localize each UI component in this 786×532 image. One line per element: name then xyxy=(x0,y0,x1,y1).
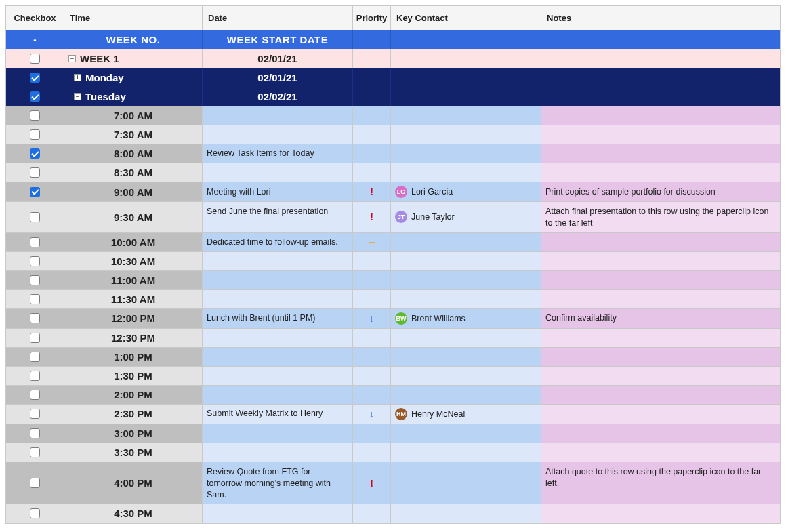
time-row[interactable]: 10:30 AM xyxy=(6,252,780,271)
task-cell[interactable] xyxy=(203,163,353,182)
time-row[interactable]: 11:30 AM xyxy=(6,290,780,309)
priority-cell[interactable] xyxy=(353,106,391,125)
time-row[interactable]: 12:30 PM xyxy=(6,329,780,348)
task-cell[interactable] xyxy=(203,290,353,308)
task-cell[interactable] xyxy=(203,329,353,347)
priority-cell[interactable] xyxy=(353,348,391,366)
contact-cell[interactable]: LGLori Garcia xyxy=(391,182,541,201)
notes-cell[interactable] xyxy=(541,329,780,347)
row-checkbox[interactable] xyxy=(30,212,40,222)
task-cell[interactable] xyxy=(203,386,353,404)
task-cell[interactable]: Review Task Items for Today xyxy=(203,144,353,163)
contact-cell[interactable] xyxy=(391,271,541,289)
row-checkbox[interactable] xyxy=(30,256,40,266)
row-checkbox[interactable] xyxy=(30,371,40,381)
day-row-tuesday[interactable]: − Tuesday 02/02/21 xyxy=(6,87,780,106)
row-checkbox[interactable] xyxy=(30,313,40,323)
col-checkbox[interactable]: Checkbox xyxy=(6,6,64,30)
notes-cell[interactable] xyxy=(541,252,780,270)
priority-cell[interactable]: ! xyxy=(353,182,391,201)
task-cell[interactable] xyxy=(203,348,353,366)
task-cell[interactable]: Review Quote from FTG for tomorrow morni… xyxy=(203,462,353,504)
col-contact[interactable]: Key Contact xyxy=(391,6,541,30)
contact-cell[interactable] xyxy=(391,329,541,347)
task-cell[interactable] xyxy=(203,367,353,385)
contact-cell[interactable] xyxy=(391,424,541,443)
contact-cell[interactable] xyxy=(391,290,541,308)
notes-cell[interactable] xyxy=(541,144,780,163)
contact-cell[interactable] xyxy=(391,348,541,366)
row-checkbox[interactable] xyxy=(30,129,40,140)
priority-cell[interactable] xyxy=(353,329,391,347)
plus-icon[interactable]: + xyxy=(74,74,81,81)
row-checkbox[interactable] xyxy=(30,447,40,457)
notes-cell[interactable] xyxy=(541,106,780,125)
priority-cell[interactable] xyxy=(353,367,391,385)
contact-cell[interactable] xyxy=(391,443,541,462)
day-checkbox-tuesday[interactable] xyxy=(30,91,40,102)
notes-cell[interactable] xyxy=(541,125,780,144)
priority-cell[interactable] xyxy=(353,144,391,163)
task-cell[interactable] xyxy=(203,271,353,289)
notes-cell[interactable] xyxy=(541,271,780,289)
notes-cell[interactable]: Attach final presentation to this row us… xyxy=(541,202,780,232)
row-checkbox[interactable] xyxy=(30,110,40,121)
priority-cell[interactable] xyxy=(353,125,391,144)
contact-cell[interactable]: JTJune Taylor xyxy=(391,202,541,232)
priority-cell[interactable] xyxy=(353,290,391,308)
time-row[interactable]: 9:30 AMSend June the final presentation!… xyxy=(6,202,780,233)
priority-cell[interactable] xyxy=(353,163,391,182)
time-row[interactable]: 7:00 AM xyxy=(6,106,780,125)
notes-cell[interactable] xyxy=(541,233,780,251)
notes-cell[interactable] xyxy=(541,290,780,308)
task-cell[interactable]: Submit Weekly Matrix to Henry xyxy=(203,405,353,424)
contact-cell[interactable] xyxy=(391,144,541,163)
col-date[interactable]: Date xyxy=(203,6,353,30)
time-row[interactable]: 10:00 AMDedicated time to follow-up emai… xyxy=(6,233,780,252)
time-row[interactable]: 2:00 PM xyxy=(6,386,780,405)
priority-cell[interactable] xyxy=(353,252,391,270)
time-row[interactable]: 1:30 PM xyxy=(6,367,780,386)
contact-cell[interactable] xyxy=(391,367,541,385)
task-cell[interactable]: Meeting with Lori xyxy=(203,182,353,201)
notes-cell[interactable] xyxy=(541,405,780,424)
notes-cell[interactable] xyxy=(541,367,780,385)
priority-cell[interactable]: ! xyxy=(353,462,391,504)
col-notes[interactable]: Notes xyxy=(541,6,780,30)
priority-cell[interactable]: ↓ xyxy=(353,405,391,424)
row-checkbox[interactable] xyxy=(30,237,40,247)
time-row[interactable]: 12:00 PMLunch with Brent (until 1 PM)↓BW… xyxy=(6,309,780,329)
time-row[interactable]: 4:00 PMReview Quote from FTG for tomorro… xyxy=(6,462,780,505)
col-time[interactable]: Time xyxy=(64,6,203,30)
task-cell[interactable] xyxy=(203,504,353,523)
minus-icon[interactable]: − xyxy=(74,93,81,100)
task-cell[interactable]: Lunch with Brent (until 1 PM) xyxy=(203,309,353,328)
notes-cell[interactable] xyxy=(541,443,780,462)
time-row[interactable]: 4:30 PM xyxy=(6,504,780,523)
week-checkbox[interactable] xyxy=(30,54,40,64)
row-checkbox[interactable] xyxy=(30,428,40,438)
contact-cell[interactable] xyxy=(391,106,541,125)
collapse-all-icon[interactable]: - xyxy=(33,35,36,45)
day-row-monday[interactable]: + Monday 02/01/21 xyxy=(6,68,780,87)
time-row[interactable]: 3:30 PM xyxy=(6,443,780,462)
contact-cell[interactable] xyxy=(391,252,541,270)
row-checkbox[interactable] xyxy=(30,390,40,400)
contact-cell[interactable]: BWBrent Williams xyxy=(391,309,541,328)
priority-cell[interactable] xyxy=(353,443,391,462)
week-row[interactable]: − WEEK 1 02/01/21 xyxy=(6,49,780,68)
contact-cell[interactable] xyxy=(391,233,541,251)
time-row[interactable]: 8:00 AMReview Task Items for Today xyxy=(6,144,780,163)
priority-cell[interactable]: ! xyxy=(353,202,391,232)
notes-cell[interactable] xyxy=(541,163,780,182)
notes-cell[interactable]: Confirm availability xyxy=(541,309,780,328)
row-checkbox[interactable] xyxy=(30,167,40,178)
row-checkbox[interactable] xyxy=(30,187,40,197)
col-priority[interactable]: Priority xyxy=(353,6,391,30)
contact-cell[interactable] xyxy=(391,462,541,504)
notes-cell[interactable] xyxy=(541,424,780,443)
row-checkbox[interactable] xyxy=(30,352,40,362)
notes-cell[interactable]: Attach quote to this row using the paper… xyxy=(541,462,780,504)
priority-cell[interactable] xyxy=(353,386,391,404)
time-row[interactable]: 3:00 PM xyxy=(6,424,780,443)
